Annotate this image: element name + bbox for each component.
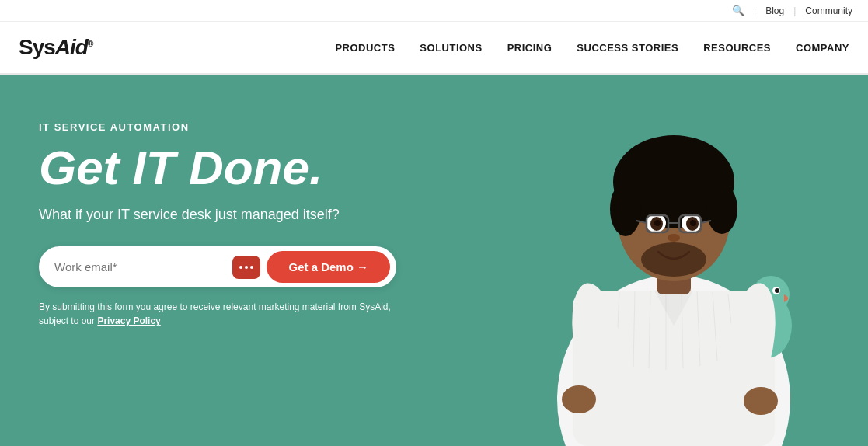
nav-pricing-link[interactable]: PRICING — [507, 42, 553, 54]
privacy-policy-link[interactable]: Privacy Policy — [97, 315, 160, 326]
nav-item-products[interactable]: PRODUCTS — [335, 40, 395, 54]
nav-item-resources[interactable]: RESOURCES — [703, 40, 771, 54]
disclaimer-text: By submitting this form you agree to rec… — [39, 300, 396, 328]
svg-point-40 — [744, 387, 778, 415]
chat-dot-3 — [250, 266, 253, 269]
hero-title: Get IT Done. — [39, 142, 396, 193]
nav-item-solutions[interactable]: SOLUTIONS — [420, 40, 482, 54]
nav-company-link[interactable]: COMPANY — [796, 42, 849, 54]
hero-description: What if your IT service desk just manage… — [39, 207, 396, 223]
nav-success-link[interactable]: SUCCESS STORIES — [577, 42, 678, 54]
chat-dot-1 — [239, 266, 242, 269]
hero-section: IT SERVICE AUTOMATION Get IT Done. What … — [0, 75, 868, 446]
get-demo-button[interactable]: Get a Demo → — [267, 251, 390, 283]
chat-icon-button[interactable] — [232, 256, 260, 279]
hero-content: IT SERVICE AUTOMATION Get IT Done. What … — [39, 121, 396, 328]
nav-item-success-stories[interactable]: SUCCESS STORIES — [577, 40, 678, 54]
hero-person-illustration — [511, 96, 837, 446]
chat-dots — [239, 266, 253, 269]
svg-point-18 — [610, 182, 641, 236]
search-icon[interactable]: 🔍 — [732, 5, 744, 16]
svg-point-25 — [690, 220, 696, 226]
svg-point-31 — [668, 234, 680, 242]
main-navbar: SysAid® PRODUCTS SOLUTIONS PRICING SUCCE… — [0, 22, 868, 75]
logo[interactable]: SysAid® — [19, 35, 92, 60]
chat-dot-2 — [245, 266, 248, 269]
nav-resources-link[interactable]: RESOURCES — [703, 42, 771, 54]
svg-point-36 — [775, 288, 779, 293]
separator2: | — [793, 5, 796, 16]
community-link[interactable]: Community — [805, 5, 852, 16]
nav-item-company[interactable]: COMPANY — [796, 40, 849, 54]
svg-point-32 — [641, 242, 706, 277]
nav-solutions-link[interactable]: SOLUTIONS — [420, 42, 482, 54]
email-form: Get a Demo → — [39, 246, 396, 287]
nav-products-link[interactable]: PRODUCTS — [335, 42, 395, 54]
utility-bar: 🔍 | Blog | Community — [0, 0, 868, 22]
logo-reg: ® — [88, 40, 92, 48]
hero-subtitle: IT SERVICE AUTOMATION — [39, 121, 396, 133]
separator: | — [754, 5, 756, 16]
svg-point-19 — [706, 184, 737, 234]
svg-point-24 — [654, 220, 661, 226]
svg-point-39 — [562, 385, 596, 413]
logo-aid: Aid — [55, 35, 88, 59]
nav-item-pricing[interactable]: PRICING — [507, 40, 553, 54]
logo-sys: Sys — [19, 35, 55, 59]
blog-link[interactable]: Blog — [765, 5, 784, 16]
email-input[interactable] — [54, 260, 232, 274]
nav-links: PRODUCTS SOLUTIONS PRICING SUCCESS STORI… — [335, 40, 849, 54]
